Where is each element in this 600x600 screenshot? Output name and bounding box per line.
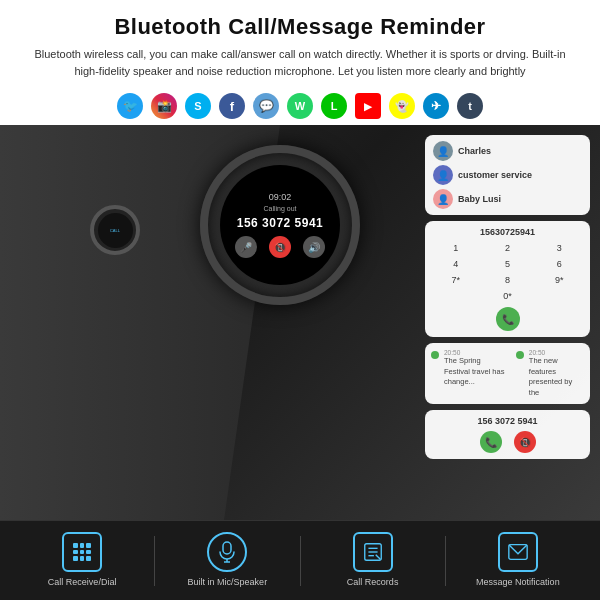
dial-key-2[interactable]: 2: [483, 241, 533, 255]
dial-key-1[interactable]: 1: [431, 241, 481, 255]
watch-outer-ring: 09:02 Calling out 156 3072 5941 🎤 📵 🔊: [200, 145, 360, 305]
watch-call-controls: 🎤 📵 🔊: [235, 236, 325, 258]
message-dot-1: [431, 351, 439, 359]
grid-dot-4: [73, 550, 78, 555]
message-time-1: 20:50: [444, 349, 507, 356]
main-watch: 09:02 Calling out 156 3072 5941 🎤 📵 🔊: [190, 145, 370, 345]
twitter-icon[interactable]: 🐦: [117, 93, 143, 119]
message-time-2: 20:50: [529, 349, 584, 356]
message-notification-icon: [498, 532, 538, 572]
header-section: Bluetooth Call/Message Reminder Bluetoot…: [0, 0, 600, 85]
grid-dot-8: [80, 556, 85, 561]
mic-speaker-icon: [207, 532, 247, 572]
grid-dot-5: [80, 550, 85, 555]
dial-key-star[interactable]: [431, 289, 481, 303]
youtube-icon[interactable]: ▶: [355, 93, 381, 119]
skype-icon[interactable]: S: [185, 93, 211, 119]
dial-key-3[interactable]: 3: [534, 241, 584, 255]
contact-item-2: 👤 customer service: [433, 165, 582, 185]
call-panel-buttons: 📞 📵: [433, 431, 582, 453]
dial-key-hash[interactable]: [534, 289, 584, 303]
line-icon[interactable]: L: [321, 93, 347, 119]
svg-rect-0: [223, 542, 231, 554]
bottom-toolbar: Call Receive/Dial Built in Mic/Speaker: [0, 520, 600, 600]
incoming-call-panel: 156 3072 5941 📞 📵: [425, 410, 590, 459]
watch-calling-status: Calling out: [263, 205, 296, 212]
grid-dot-2: [80, 543, 85, 548]
subtitle-text: Bluetooth wireless call, you can make ca…: [20, 46, 580, 79]
dial-key-7[interactable]: 7*: [431, 273, 481, 287]
grid-dot-9: [86, 556, 91, 561]
contact-avatar-1: 👤: [433, 141, 453, 161]
whatsapp-icon[interactable]: W: [287, 93, 313, 119]
main-container: Bluetooth Call/Message Reminder Bluetoot…: [0, 0, 600, 600]
toolbar-item-call[interactable]: Call Receive/Dial: [10, 532, 154, 589]
contact-name-1[interactable]: Charles: [458, 146, 491, 156]
contact-item-3: 👤 Baby Lusi: [433, 189, 582, 209]
watch-volume-button[interactable]: 🔊: [303, 236, 325, 258]
contact-list-panel: 👤 Charles 👤 customer service 👤 Baby Lusi: [425, 135, 590, 215]
toolbar-item-records[interactable]: Call Records: [301, 532, 445, 589]
dialpad-panel: 15630725941 1 2 3 4 5 6 7* 8 9* 0* 📞: [425, 221, 590, 337]
grid-dot-1: [73, 543, 78, 548]
watch-time-display: 09:02: [269, 192, 292, 202]
toolbar-label-message: Message Notification: [476, 577, 560, 589]
dial-key-4[interactable]: 4: [431, 257, 481, 271]
call-records-icon: [353, 532, 393, 572]
tumblr-icon[interactable]: t: [457, 93, 483, 119]
grid-icon: [73, 543, 91, 561]
dial-key-8[interactable]: 8: [483, 273, 533, 287]
main-title: Bluetooth Call/Message Reminder: [20, 14, 580, 40]
dial-call-button[interactable]: 📞: [496, 307, 520, 331]
call-dial-icon: [62, 532, 102, 572]
message-panel-1: 20:50 The Spring Festival travel has cha…: [425, 343, 590, 404]
message-text-2: The new features presented by the: [529, 356, 584, 398]
toolbar-label-records: Call Records: [347, 577, 399, 589]
dial-key-0[interactable]: 0*: [483, 289, 533, 303]
right-panels-container: 👤 Charles 👤 customer service 👤 Baby Lusi…: [425, 135, 590, 459]
contact-avatar-2: 👤: [433, 165, 453, 185]
message-content-1: 20:50 The Spring Festival travel has cha…: [444, 349, 507, 398]
dial-key-6[interactable]: 6: [534, 257, 584, 271]
accept-call-button[interactable]: 📞: [480, 431, 502, 453]
snapchat-icon[interactable]: 👻: [389, 93, 415, 119]
call-panel-number: 156 3072 5941: [433, 416, 582, 426]
toolbar-label-mic: Built in Mic/Speaker: [188, 577, 268, 589]
grid-dot-7: [73, 556, 78, 561]
contact-avatar-3: 👤: [433, 189, 453, 209]
grid-dot-6: [86, 550, 91, 555]
watch-screen: 09:02 Calling out 156 3072 5941 🎤 📵 🔊: [220, 165, 340, 285]
contact-name-2[interactable]: customer service: [458, 170, 532, 180]
message-text-1: The Spring Festival travel has change...: [444, 356, 507, 388]
small-watch-face: CALL: [90, 205, 140, 255]
small-watch: CALL: [90, 205, 150, 265]
watch-decline-button[interactable]: 📵: [269, 236, 291, 258]
toolbar-item-message[interactable]: Message Notification: [446, 532, 590, 589]
chat-icon[interactable]: 💬: [253, 93, 279, 119]
main-content-area: CALL 09:02 Calling out 156 3072 5941 🎤 📵…: [0, 125, 600, 520]
toolbar-item-mic[interactable]: Built in Mic/Speaker: [155, 532, 299, 589]
message-content-2: 20:50 The new features presented by the: [529, 349, 584, 398]
telegram-icon[interactable]: ✈: [423, 93, 449, 119]
grid-dot-3: [86, 543, 91, 548]
decline-call-button[interactable]: 📵: [514, 431, 536, 453]
dial-key-9[interactable]: 9*: [534, 273, 584, 287]
message-dot-2: [516, 351, 524, 359]
watch-mic-button[interactable]: 🎤: [235, 236, 257, 258]
small-watch-screen: CALL: [98, 213, 133, 248]
instagram-icon[interactable]: 📸: [151, 93, 177, 119]
dial-grid: 1 2 3 4 5 6 7* 8 9* 0*: [431, 241, 584, 303]
facebook-icon[interactable]: f: [219, 93, 245, 119]
contact-item-1: 👤 Charles: [433, 141, 582, 161]
dial-number: 15630725941: [431, 227, 584, 237]
contact-name-3[interactable]: Baby Lusi: [458, 194, 501, 204]
dial-key-5[interactable]: 5: [483, 257, 533, 271]
toolbar-label-call: Call Receive/Dial: [48, 577, 117, 589]
watch-phone-number: 156 3072 5941: [237, 216, 324, 230]
social-icons-row: 🐦 📸 S f 💬 W L ▶ 👻 ✈ t: [0, 93, 600, 119]
